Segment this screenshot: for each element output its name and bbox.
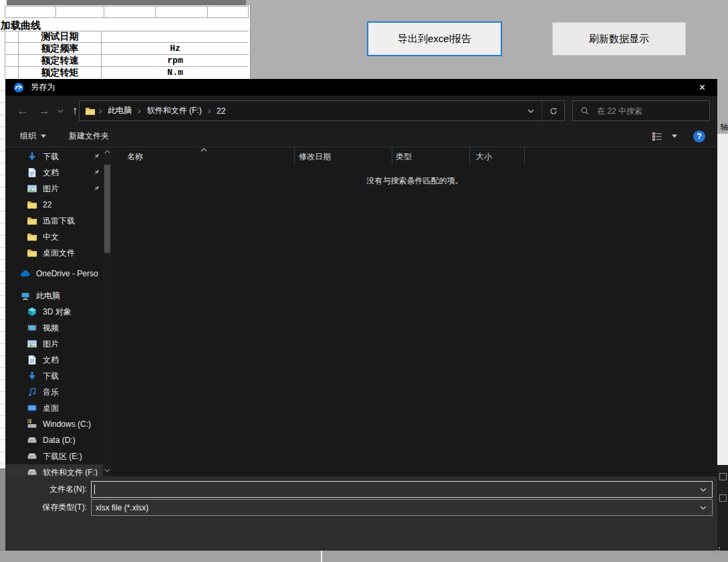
back-button[interactable]: ← [15,96,31,126]
app-right-edge-dark [717,465,728,551]
folder-icon [27,215,37,226]
breadcrumb-this-pc[interactable]: 此电脑 [105,105,134,116]
column-divider[interactable] [469,147,470,165]
sidebar-item-onedrive[interactable]: OneDrive - Perso [5,266,103,282]
search-box[interactable] [572,100,710,121]
filename-combobox[interactable] [91,481,713,498]
address-dropdown-button[interactable] [519,101,541,120]
table-cell [156,6,208,18]
sidebar-item-this-pc[interactable]: 此电脑 [5,288,103,304]
table-cell [56,6,104,18]
search-icon [580,106,590,116]
folder-icon [85,106,96,116]
export-to-excel-button[interactable]: 导出到excel报告 [367,21,502,56]
column-header-type[interactable]: 类型 [396,151,412,163]
sidebar-scrollbar[interactable] [103,147,112,476]
app-bottom-edge [0,468,5,562]
sidebar-item-music[interactable]: 音乐 [5,384,103,400]
folder-icon [27,199,37,210]
sidebar-item-label: 文档 [43,355,103,366]
details-view-icon [652,131,662,142]
sidebar-item-desktop-files[interactable]: 桌面文件 [5,245,103,261]
file-list: 名称 修改日期 类型 大小 没有与搜索条件匹配的项。 [112,147,717,476]
scrollbar-thumb[interactable] [104,165,110,253]
filename-input[interactable] [95,485,700,494]
refresh-icon [549,106,558,116]
sidebar-item-drive-e[interactable]: 下载区 (E:) [5,448,103,464]
app-table-edge [0,79,5,468]
screen: 加载曲线 测试日期 额定频率 Hz 额定转速 rpm 额定转矩 N.m 导出到e… [0,0,728,562]
refresh-button[interactable] [541,101,564,120]
recent-locations-button[interactable] [55,96,66,126]
close-button[interactable]: × [687,79,717,96]
table-cell [208,6,249,18]
sidebar-item-3d-objects[interactable]: 3D 对象 [5,304,103,320]
folder-icon [27,231,37,242]
sidebar-item-videos[interactable]: 视频 [5,320,103,336]
app-bottom-divider [321,551,322,562]
column-header-date-modified[interactable]: 修改日期 [299,151,331,163]
scroll-down-button[interactable] [104,467,110,474]
address-bar[interactable]: › 此电脑 › 软件和文件 (F:) › 22 [79,100,565,121]
sidebar-item-label: 此电脑 [36,290,103,302]
organize-menu[interactable]: 组织 [20,130,46,142]
sidebar-item-downloads-pc[interactable]: 下载 [5,368,103,384]
sidebar-item-drive-d[interactable]: Data (D:) [5,432,103,448]
sidebar-item-label: 3D 对象 [43,306,103,318]
column-header-name[interactable]: 名称 [127,151,143,163]
table-row-value: rpm [102,55,249,66]
breadcrumb-folder-22[interactable]: 22 [214,106,228,116]
dialog-main-area: 下载 文档 图片 22 [5,147,717,476]
sidebar-item-thunder-downloads[interactable]: 迅雷下载 [5,213,103,229]
sidebar-item-label: OneDrive - Perso [36,269,103,278]
breadcrumb-drive-f[interactable]: 软件和文件 (F:) [144,105,205,116]
sidebar-item-label: 图片 [43,183,92,195]
sidebar-item-documents[interactable]: 文档 [5,165,103,181]
view-mode-button[interactable] [652,131,677,142]
save-as-dialog: 另存为 × ← → ↑ › 此电脑 › 软件和文件 (F:) › 22 [5,79,717,551]
search-input[interactable] [596,106,699,116]
forward-button[interactable]: → [36,96,52,126]
dialog-titlebar[interactable]: 另存为 × [5,79,717,96]
cube-icon [27,306,37,317]
resize-grip[interactable] [713,547,715,549]
sidebar-item-label: 中文 [43,231,103,243]
help-button[interactable]: ? [693,130,705,143]
refresh-data-button[interactable]: 刷新数据显示 [552,22,686,56]
desktop-icon [27,403,37,413]
sidebar-item-downloads[interactable]: 下载 [5,149,103,165]
table-row-label: 额定转矩 [19,67,102,79]
triangle-down-icon [672,134,677,138]
app-icon [13,82,24,93]
savetype-combobox[interactable]: xlsx file (*.xlsx) [91,499,713,516]
breadcrumb-chevron-icon: › [96,106,105,116]
sort-ascending-icon [201,148,207,152]
folder-icon [27,248,37,258]
sidebar-item-desktop[interactable]: 桌面 [5,400,103,416]
sidebar-item-label: 图片 [43,339,103,350]
table-row: 额定转矩 N.m [5,67,249,79]
sidebar-item-folder-22[interactable]: 22 [5,197,103,213]
sidebar-item-label: 迅雷下载 [43,215,103,227]
column-header-size[interactable]: 大小 [476,151,492,163]
document-icon [27,355,37,365]
breadcrumb-chevron-icon: › [134,106,144,116]
sidebar-item-chinese-folder[interactable]: 中文 [5,229,103,245]
column-divider[interactable] [294,147,295,165]
sidebar-item-pictures[interactable]: 图片 [5,181,103,197]
windows-drive-icon [27,419,37,430]
video-icon [27,322,37,333]
picture-icon [27,183,37,194]
new-folder-button[interactable]: 新建文件夹 [69,130,109,142]
sidebar-item-drive-c[interactable]: Windows (C:) [5,416,103,432]
table-row: 测试日期 [5,31,249,43]
sidebar-item-drive-f[interactable]: 软件和文件 (F:) [5,464,103,476]
document-icon [27,167,37,178]
sidebar-item-documents-pc[interactable]: 文档 [5,352,103,368]
scroll-up-button[interactable] [104,149,110,155]
sidebar-item-pictures-pc[interactable]: 图片 [5,336,103,352]
dialog-title: 另存为 [31,82,687,93]
column-divider[interactable] [524,147,525,165]
column-divider[interactable] [392,147,392,165]
sidebar-item-label: 桌面 [43,403,103,414]
